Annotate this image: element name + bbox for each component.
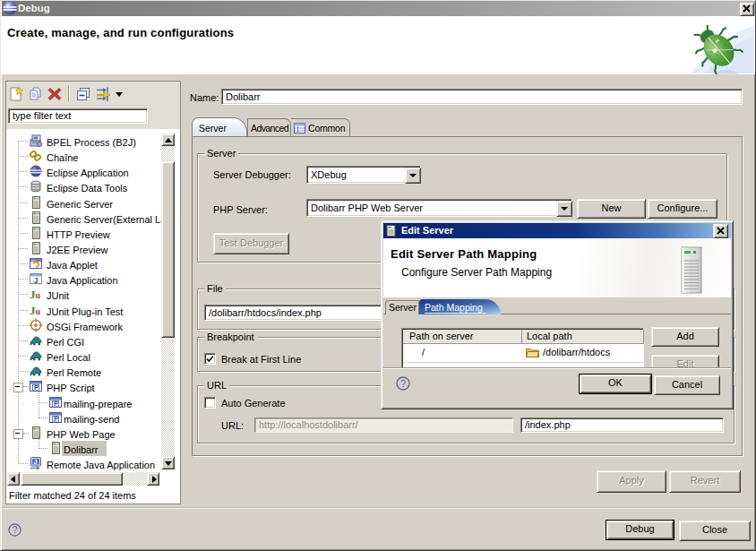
- svg-text:?: ?: [13, 525, 18, 535]
- svg-text:?: ?: [400, 378, 406, 389]
